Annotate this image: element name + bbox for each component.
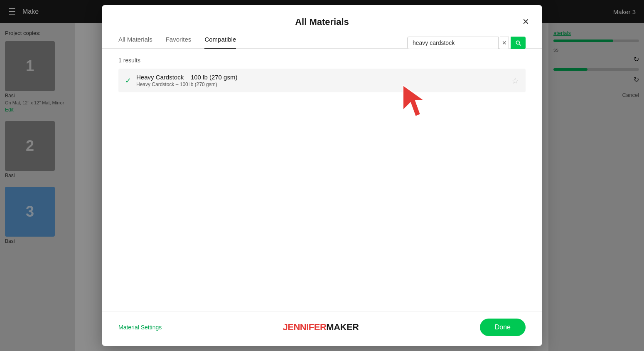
search-area: ✕ <box>407 37 526 49</box>
modal-body: 1 results ✓ Heavy Cardstock – 100 lb (27… <box>102 49 542 311</box>
tab-compatible[interactable]: Compatible <box>204 36 236 49</box>
favorite-star-icon[interactable]: ☆ <box>511 76 519 86</box>
tab-favorites[interactable]: Favorites <box>166 36 192 49</box>
results-count: 1 results <box>118 57 526 64</box>
modal-tabs: All Materials Favorites Compatible ✕ <box>102 27 542 49</box>
modal-title: All Materials <box>295 17 349 27</box>
search-icon <box>515 40 521 46</box>
material-info: Heavy Cardstock – 100 lb (270 gsm) Heavy… <box>136 74 506 87</box>
close-icon[interactable]: ✕ <box>519 15 532 28</box>
all-materials-modal: All Materials ✕ All Materials Favorites … <box>102 5 542 346</box>
search-clear-icon[interactable]: ✕ <box>500 37 509 49</box>
done-button[interactable]: Done <box>480 319 526 336</box>
material-row[interactable]: ✓ Heavy Cardstock – 100 lb (270 gsm) Hea… <box>118 69 526 92</box>
modal-footer: Material Settings JENNIFERMAKER Done <box>102 311 542 346</box>
brand-maker: MAKER <box>326 322 359 332</box>
checkmark-icon: ✓ <box>125 76 131 85</box>
material-name: Heavy Cardstock – 100 lb (270 gsm) <box>136 74 506 81</box>
search-button[interactable] <box>511 37 526 49</box>
brand-jennifer: JENNIFER <box>283 322 327 332</box>
material-subtitle: Heavy Cardstock – 100 lb (270 gsm) <box>136 82 506 87</box>
brand-logo: JENNIFERMAKER <box>283 322 359 333</box>
modal-overlay: All Materials ✕ All Materials Favorites … <box>0 0 644 351</box>
material-settings-link[interactable]: Material Settings <box>118 324 162 331</box>
search-input[interactable] <box>407 37 499 49</box>
tab-all-materials[interactable]: All Materials <box>118 36 152 49</box>
modal-header: All Materials ✕ <box>102 5 542 27</box>
